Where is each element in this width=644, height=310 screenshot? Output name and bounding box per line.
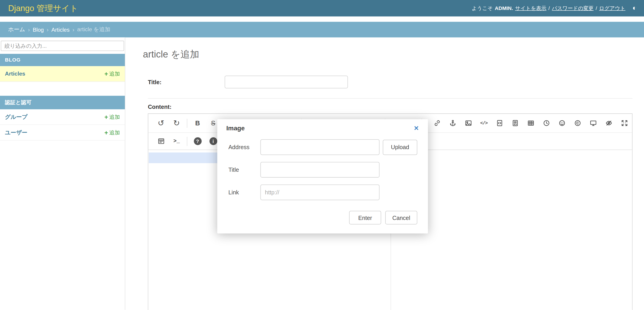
enter-button[interactable]: Enter	[349, 211, 381, 224]
cancel-button[interactable]: Cancel	[385, 211, 418, 224]
theme-toggle-icon[interactable]: ◐	[632, 4, 637, 12]
breadcrumb-current: article を追加	[77, 26, 110, 33]
add-label: 追加	[109, 113, 120, 121]
sidebar-item-users[interactable]: ユーザー + 追加	[0, 125, 125, 141]
upload-button[interactable]: Upload	[383, 140, 418, 155]
sidebar-item-groups[interactable]: グループ + 追加	[0, 109, 125, 125]
plus-icon: +	[104, 129, 108, 136]
breadcrumb-separator: ›	[72, 27, 74, 33]
image-title-input[interactable]	[260, 162, 380, 178]
embed-code-icon[interactable]	[507, 116, 523, 130]
image-title-row: Title	[228, 162, 418, 178]
emoji-icon[interactable]	[554, 116, 570, 130]
articles-link[interactable]: Articles	[5, 71, 25, 77]
django-admin-screen: Django 管理サイト ようこそ ADMIN. サイトを表示 / パスワードの…	[0, 0, 644, 310]
title-field-row: Title:	[148, 76, 632, 88]
info-glyph: i	[209, 137, 217, 145]
add-label: 追加	[109, 129, 120, 136]
address-input[interactable]	[260, 139, 380, 155]
toolbar-separator	[187, 119, 187, 128]
link-icon[interactable]	[429, 116, 445, 130]
title-field-label: Title:	[148, 79, 225, 85]
close-icon[interactable]: ✕	[414, 124, 419, 132]
view-site-link[interactable]: サイトを表示	[515, 5, 546, 12]
clock-icon[interactable]	[538, 116, 554, 130]
content-field-label: Content:	[148, 104, 632, 110]
eye-off-icon[interactable]	[601, 116, 616, 130]
module-title-auth: 認証と認可	[0, 96, 125, 109]
link-separator: /	[548, 6, 550, 11]
plus-icon: +	[104, 114, 108, 120]
field-divider	[148, 98, 632, 99]
breadcrumb-home-link[interactable]: ホーム	[8, 26, 25, 33]
source-code-icon[interactable]	[492, 116, 507, 130]
inline-code-icon[interactable]: </>	[476, 116, 492, 130]
monitor-icon[interactable]	[585, 116, 601, 130]
link-row: Link	[228, 185, 418, 200]
undo-icon[interactable]: ↺	[153, 116, 169, 130]
add-users-link[interactable]: + 追加	[104, 129, 120, 136]
nav-sidebar: BLOG Articles + 追加 認証と認可 グループ + 追加	[0, 37, 125, 310]
image-title-label: Title	[228, 167, 260, 173]
dialog-footer: Enter Cancel	[228, 211, 418, 224]
breadcrumb-separator: ›	[28, 27, 30, 33]
change-password-link[interactable]: パスワードの変更	[552, 5, 594, 12]
sidebar-filter-input[interactable]	[1, 41, 124, 51]
table-icon[interactable]	[523, 116, 538, 130]
address-label: Address	[228, 144, 260, 150]
dialog-title: Image	[226, 124, 245, 132]
preview-icon[interactable]	[153, 134, 169, 148]
breadcrumb-app-link[interactable]: Blog	[33, 27, 44, 33]
image-dialog: Image ✕ Address Upload Title Link Enter …	[217, 119, 428, 233]
add-articles-link[interactable]: + 追加	[104, 70, 120, 78]
link-label: Link	[228, 189, 260, 196]
page-title: article を追加	[143, 48, 632, 61]
welcome-text: ようこそ	[472, 5, 493, 12]
sidebar-item-articles[interactable]: Articles + 追加	[0, 66, 125, 82]
link-input[interactable]	[260, 185, 380, 200]
breadcrumb-model-link[interactable]: Articles	[51, 27, 70, 33]
address-row: Address Upload	[228, 139, 418, 155]
username: ADMIN.	[495, 6, 513, 11]
breadcrumb: ホーム › Blog › Articles › article を追加	[0, 22, 644, 37]
fullscreen-icon[interactable]	[616, 116, 632, 130]
copyright-icon[interactable]	[570, 116, 585, 130]
terminal-icon[interactable]: >_	[169, 134, 184, 148]
dialog-body: Address Upload Title Link Enter Cancel	[217, 135, 428, 224]
site-title[interactable]: Django 管理サイト	[8, 3, 78, 14]
toolbar-separator	[187, 137, 187, 146]
plus-icon: +	[104, 71, 108, 77]
redo-icon[interactable]: ↻	[169, 116, 184, 130]
dialog-header: Image ✕	[217, 119, 428, 135]
add-groups-link[interactable]: + 追加	[104, 113, 120, 121]
users-link[interactable]: ユーザー	[5, 129, 27, 136]
link-separator: /	[596, 6, 597, 11]
sidebar-module-auth: 認証と認可 グループ + 追加 ユーザー + 追加	[0, 96, 125, 141]
user-tools: ようこそ ADMIN. サイトを表示 / パスワードの変更 / ログアウト ◐	[472, 4, 636, 12]
breadcrumb-separator: ›	[46, 27, 48, 33]
title-input[interactable]	[225, 76, 348, 88]
image-icon[interactable]	[460, 116, 476, 130]
logout-link[interactable]: ログアウト	[599, 5, 626, 12]
groups-link[interactable]: グループ	[5, 113, 28, 121]
bold-icon[interactable]: B	[190, 116, 205, 130]
sidebar-module-blog: BLOG Articles + 追加	[0, 54, 125, 82]
help-icon[interactable]: ?	[190, 134, 205, 148]
help-glyph: ?	[194, 137, 202, 145]
anchor-icon[interactable]	[445, 116, 460, 130]
module-title-blog: BLOG	[0, 54, 125, 66]
add-label: 追加	[109, 70, 120, 78]
header: Django 管理サイト ようこそ ADMIN. サイトを表示 / パスワードの…	[0, 0, 644, 17]
